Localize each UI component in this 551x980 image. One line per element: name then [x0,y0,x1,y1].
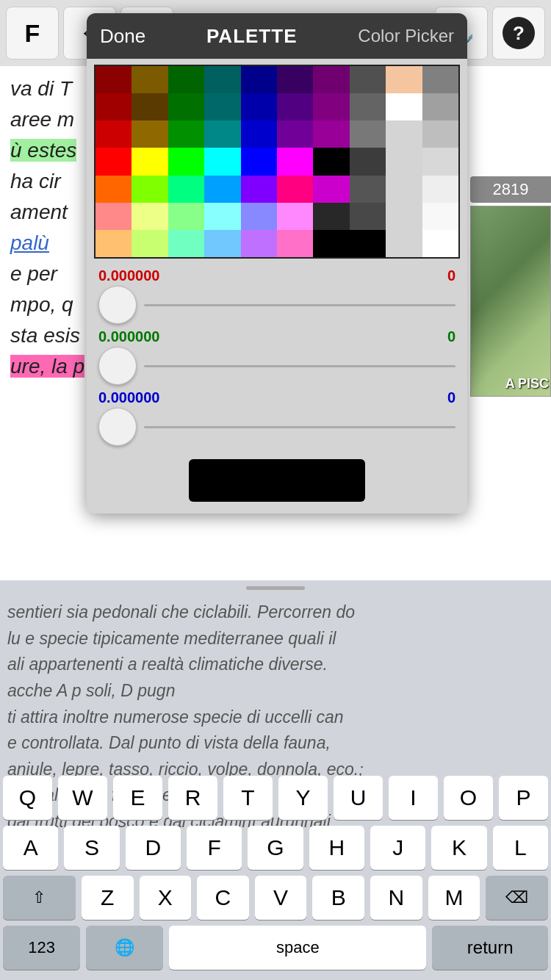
color-cell[interactable] [96,148,132,175]
key-k[interactable]: K [431,826,486,870]
color-cell[interactable] [168,230,204,257]
color-cell[interactable] [386,66,422,93]
color-cell[interactable] [168,148,204,175]
key-t[interactable]: T [223,776,273,820]
color-cell[interactable] [386,93,422,120]
color-cell[interactable] [386,120,422,148]
key-q[interactable]: Q [3,776,52,820]
key-c[interactable]: C [197,876,249,920]
color-cell[interactable] [132,66,168,93]
color-grid[interactable] [94,65,460,259]
red-slider-thumb[interactable] [98,286,137,324]
color-cell[interactable] [386,230,422,257]
color-cell[interactable] [313,230,349,257]
color-cell[interactable] [96,66,132,93]
color-cell[interactable] [313,120,349,148]
color-cell[interactable] [350,93,386,120]
color-cell[interactable] [241,203,277,230]
color-cell[interactable] [350,66,386,93]
key-z[interactable]: Z [82,876,134,920]
key-m[interactable]: M [428,876,480,920]
color-cell[interactable] [422,93,458,120]
key-j[interactable]: J [370,826,425,870]
color-cell[interactable] [241,176,277,203]
color-cell[interactable] [241,230,277,257]
space-key[interactable]: space [169,926,426,970]
color-cell[interactable] [96,230,132,257]
color-cell[interactable] [277,203,313,230]
color-cell[interactable] [96,120,132,148]
color-cell[interactable] [241,148,277,175]
key-b[interactable]: B [312,876,364,920]
color-cell[interactable] [277,230,313,257]
color-cell[interactable] [277,93,313,120]
color-cell[interactable] [350,176,386,203]
key-n[interactable]: N [370,876,422,920]
key-x[interactable]: X [140,876,192,920]
font-bold-button[interactable]: F [6,7,59,60]
color-cell[interactable] [204,93,240,120]
key-y[interactable]: Y [278,776,328,820]
green-slider-thumb[interactable] [98,347,137,385]
color-cell[interactable] [132,148,168,175]
delete-key[interactable]: ⌫ [486,876,548,920]
color-cell[interactable] [132,120,168,148]
color-cell[interactable] [350,203,386,230]
color-cell[interactable] [168,66,204,93]
color-cell[interactable] [386,203,422,230]
color-cell[interactable] [422,148,458,175]
key-h[interactable]: H [309,826,364,870]
shift-key[interactable]: ⇧ [3,876,76,920]
key-o[interactable]: O [444,776,493,820]
key-u[interactable]: U [334,776,383,820]
color-cell[interactable] [386,148,422,175]
color-cell[interactable] [168,120,204,148]
color-cell[interactable] [204,203,240,230]
color-cell[interactable] [204,66,240,93]
key-a[interactable]: A [3,826,58,870]
color-cell[interactable] [313,148,349,175]
key-s[interactable]: S [64,826,119,870]
color-cell[interactable] [241,120,277,148]
color-cell[interactable] [422,66,458,93]
color-cell[interactable] [313,203,349,230]
key-r[interactable]: R [168,776,217,820]
blue-slider-track[interactable] [144,426,455,428]
red-slider-track[interactable] [144,304,455,306]
color-cell[interactable] [422,230,458,257]
done-button[interactable]: Done [100,25,145,48]
key-w[interactable]: W [58,776,107,820]
color-cell[interactable] [204,176,240,203]
color-cell[interactable] [350,148,386,175]
color-cell[interactable] [96,93,132,120]
color-cell[interactable] [350,120,386,148]
color-cell[interactable] [277,120,313,148]
color-cell[interactable] [277,176,313,203]
color-cell[interactable] [386,176,422,203]
color-cell[interactable] [422,120,458,148]
color-cell[interactable] [422,176,458,203]
color-cell[interactable] [277,148,313,175]
key-i[interactable]: I [389,776,438,820]
color-picker-button[interactable]: Color Picker [358,26,454,46]
key-d[interactable]: D [126,826,181,870]
key-v[interactable]: V [255,876,307,920]
color-cell[interactable] [132,203,168,230]
color-cell[interactable] [168,176,204,203]
key-f[interactable]: F [187,826,242,870]
color-cell[interactable] [96,203,132,230]
key-p[interactable]: P [499,776,548,820]
color-cell[interactable] [132,230,168,257]
color-cell[interactable] [277,66,313,93]
help-button[interactable]: ? [492,7,545,60]
color-cell[interactable] [168,93,204,120]
key-g[interactable]: G [248,826,303,870]
key-l[interactable]: L [493,826,548,870]
color-cell[interactable] [241,93,277,120]
color-cell[interactable] [313,176,349,203]
color-cell[interactable] [168,203,204,230]
color-cell[interactable] [350,230,386,257]
color-cell[interactable] [241,66,277,93]
return-key[interactable]: return [432,926,548,970]
color-cell[interactable] [422,203,458,230]
